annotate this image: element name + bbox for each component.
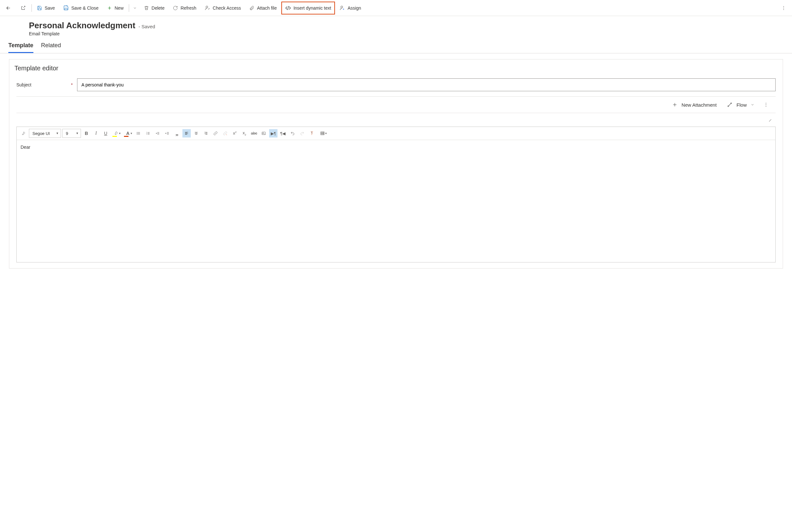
insert-image-button[interactable]: [259, 129, 268, 137]
font-color-icon: A: [126, 131, 130, 136]
save-close-icon: [63, 5, 69, 11]
more-vertical-icon: [764, 102, 769, 107]
save-button[interactable]: Save: [33, 2, 59, 15]
align-left-button[interactable]: [182, 129, 191, 137]
undo-button[interactable]: [288, 129, 297, 137]
font-family-value: Segoe UI: [33, 131, 50, 136]
insert-table-button[interactable]: ▼: [317, 129, 328, 137]
insert-link-button[interactable]: [211, 129, 220, 137]
subject-input[interactable]: [77, 78, 776, 91]
chevron-down-icon: [751, 103, 754, 107]
code-icon: [285, 5, 291, 11]
overflow-button[interactable]: [777, 2, 791, 15]
blockquote-button[interactable]: „: [173, 129, 181, 137]
check-access-button[interactable]: Check Access: [201, 2, 245, 15]
ltr-icon: ▶¶: [271, 131, 276, 136]
highlighter-icon: [114, 131, 119, 136]
plus-icon: [672, 102, 678, 108]
svg-point-11: [137, 133, 137, 133]
font-color-swatch: [124, 136, 129, 137]
attachment-overflow-button[interactable]: [764, 100, 769, 109]
font-size-value: 9: [66, 131, 68, 136]
assign-label: Assign: [348, 5, 361, 11]
tab-list: Template Related: [0, 36, 792, 53]
arrow-left-icon: [5, 5, 11, 11]
required-indicator: *: [71, 82, 73, 88]
bold-button[interactable]: B: [82, 129, 91, 137]
flow-button[interactable]: Flow: [726, 100, 756, 110]
subject-label: Subject: [16, 82, 71, 88]
separator: [32, 4, 32, 12]
italic-button[interactable]: I: [92, 129, 100, 137]
strikethrough-button[interactable]: abc: [250, 129, 258, 137]
underline-button[interactable]: U: [101, 129, 110, 137]
expand-row: [9, 113, 783, 127]
more-vertical-icon: [781, 5, 786, 11]
align-center-button[interactable]: [192, 129, 200, 137]
remove-link-button[interactable]: [221, 129, 229, 137]
link-icon: [213, 131, 218, 136]
refresh-icon: [173, 5, 178, 11]
panel-title: Template editor: [9, 63, 783, 76]
image-icon: [262, 131, 266, 136]
rich-text-editor: Segoe UI ▼ 9 ▼ B I U ▼ A ▼: [16, 127, 776, 263]
ltr-button[interactable]: ▶¶: [269, 129, 277, 137]
svg-rect-18: [321, 132, 324, 135]
entity-name: Email Template: [29, 31, 783, 36]
svg-point-3: [783, 8, 784, 8]
assign-button[interactable]: Assign: [335, 2, 365, 15]
highlight-color-button[interactable]: ▼: [111, 129, 121, 137]
paintbrush-icon: [21, 131, 26, 136]
expand-editor-button[interactable]: [766, 116, 774, 125]
tab-template[interactable]: Template: [8, 42, 33, 53]
quote-icon: „: [176, 131, 178, 136]
rte-toolbar: Segoe UI ▼ 9 ▼ B I U ▼ A ▼: [17, 127, 775, 140]
new-label: New: [115, 5, 124, 11]
align-center-icon: [194, 131, 198, 136]
svg-point-4: [783, 9, 784, 10]
refresh-button[interactable]: Refresh: [169, 2, 200, 15]
format-painter-button[interactable]: [19, 129, 27, 137]
align-right-button[interactable]: [202, 129, 210, 137]
table-icon: [320, 131, 325, 136]
form-header: Personal Acknowledgment - Saved Email Te…: [0, 16, 792, 36]
delete-button[interactable]: Delete: [140, 2, 168, 15]
rtl-button[interactable]: ¶◀: [279, 129, 287, 137]
svg-point-5: [728, 106, 729, 107]
superscript-icon: x2: [233, 131, 237, 136]
font-size-select[interactable]: 9 ▼: [62, 129, 81, 138]
redo-icon: [300, 131, 305, 136]
popout-button[interactable]: [16, 2, 30, 15]
clear-formatting-button[interactable]: [308, 129, 316, 137]
new-button[interactable]: New: [103, 2, 128, 15]
svg-point-2: [783, 6, 784, 7]
outdent-button[interactable]: [154, 129, 162, 137]
redo-button[interactable]: [298, 129, 306, 137]
save-label: Save: [45, 5, 55, 11]
subscript-button[interactable]: x2: [240, 129, 249, 137]
superscript-button[interactable]: x2: [231, 129, 239, 137]
caret-down-icon: ▼: [130, 132, 133, 135]
assign-icon: [340, 5, 345, 11]
new-dropdown-button[interactable]: [130, 2, 139, 15]
numbered-list-button[interactable]: 123: [144, 129, 152, 137]
attach-file-button[interactable]: Attach file: [245, 2, 281, 15]
font-color-button[interactable]: A ▼: [123, 129, 133, 137]
bullet-list-button[interactable]: [134, 129, 142, 137]
main-area: Template editor Subject * New Attachment…: [0, 53, 792, 278]
new-attachment-button[interactable]: New Attachment: [671, 100, 718, 110]
numbered-list-icon: 123: [146, 131, 150, 136]
save-close-button[interactable]: Save & Close: [59, 2, 102, 15]
rtl-icon: ¶◀: [281, 131, 286, 136]
refresh-label: Refresh: [180, 5, 196, 11]
back-button[interactable]: [1, 2, 15, 15]
font-family-select[interactable]: Segoe UI ▼: [29, 129, 61, 138]
undo-icon: [290, 131, 295, 136]
indent-button[interactable]: [163, 129, 172, 137]
expand-icon: [768, 118, 772, 123]
insert-dynamic-text-button[interactable]: Insert dynamic text: [281, 2, 335, 15]
rte-body[interactable]: Dear: [17, 140, 775, 262]
tab-related[interactable]: Related: [41, 42, 61, 53]
delete-label: Delete: [152, 5, 165, 11]
align-right-icon: [204, 131, 208, 136]
